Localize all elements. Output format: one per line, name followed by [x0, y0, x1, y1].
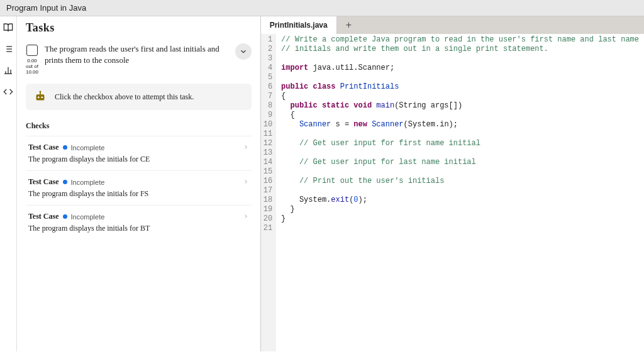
- check-item[interactable]: Test Case Incomplete The program display…: [26, 205, 252, 239]
- task-score: 0.00 out of 10.00: [26, 58, 38, 75]
- tasks-title: Tasks: [26, 21, 252, 35]
- task-description: The program reads the user's first and l…: [45, 43, 229, 66]
- status-dot-icon: [63, 180, 67, 184]
- line-gutter: 123456789101112131415161718192021: [261, 34, 276, 351]
- check-status: Incomplete: [71, 179, 105, 186]
- chevron-right-icon: [243, 143, 249, 152]
- expand-button[interactable]: [235, 43, 252, 60]
- check-item[interactable]: Test Case Incomplete The program display…: [26, 136, 252, 170]
- check-label: Test Case: [28, 212, 59, 221]
- add-tab-button[interactable]: +: [337, 16, 360, 34]
- hint-row: Click the checkbox above to attempt this…: [26, 84, 252, 110]
- check-status: Incomplete: [71, 144, 105, 151]
- check-description: The program displays the initials for BT: [28, 224, 249, 233]
- tab-label: PrintInitials.java: [270, 21, 328, 30]
- svg-point-11: [38, 97, 40, 99]
- editor-panel: PrintInitials.java + 1234567891011121314…: [261, 16, 644, 351]
- status-dot-icon: [63, 214, 67, 219]
- task-checkbox[interactable]: [26, 45, 38, 56]
- check-item[interactable]: Test Case Incomplete The program display…: [26, 170, 252, 205]
- svg-point-14: [40, 91, 42, 93]
- robot-icon: [33, 90, 47, 104]
- task-header: 0.00 out of 10.00 The program reads the …: [26, 43, 252, 75]
- window-title: Program Input in Java: [6, 3, 86, 13]
- code-editor[interactable]: 123456789101112131415161718192021 // Wri…: [261, 34, 644, 351]
- svg-rect-10: [36, 95, 45, 101]
- chart-icon[interactable]: [3, 65, 13, 75]
- code-content[interactable]: // Write a complete Java program to read…: [276, 34, 644, 351]
- hint-text: Click the checkbox above to attempt this…: [55, 92, 194, 102]
- check-label: Test Case: [28, 177, 59, 187]
- check-description: The program displays the initials for CE: [28, 155, 249, 164]
- chevron-right-icon: [243, 177, 249, 187]
- file-tab[interactable]: PrintInitials.java: [261, 16, 337, 34]
- chevron-down-icon: [239, 47, 248, 56]
- list-icon[interactable]: [3, 44, 13, 54]
- check-description: The program displays the initials for FS: [28, 189, 249, 199]
- check-label: Test Case: [28, 143, 59, 152]
- chevron-right-icon: [243, 212, 249, 221]
- checks-title: Checks: [26, 121, 252, 131]
- left-rail: [0, 16, 17, 351]
- svg-point-12: [41, 97, 43, 99]
- tasks-panel: Tasks 0.00 out of 10.00 The program read…: [17, 16, 261, 351]
- book-icon[interactable]: [3, 23, 13, 33]
- status-dot-icon: [63, 145, 67, 150]
- check-status: Incomplete: [71, 213, 105, 221]
- code-icon[interactable]: [3, 87, 13, 97]
- tab-bar: PrintInitials.java +: [261, 16, 644, 34]
- window-header: Program Input in Java: [0, 0, 644, 16]
